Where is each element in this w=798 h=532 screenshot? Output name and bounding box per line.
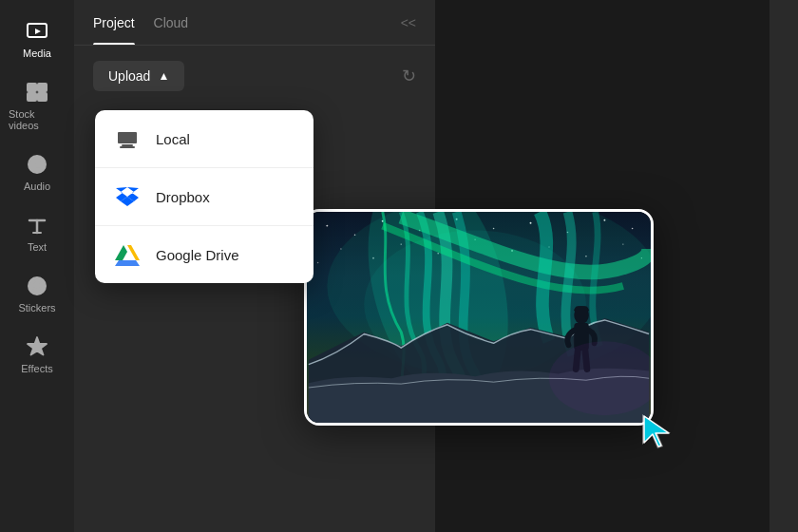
svg-point-15 [28, 277, 46, 294]
local-icon [114, 125, 141, 152]
dropdown-item-dropbox[interactable]: Dropbox [95, 168, 314, 226]
sidebar-item-label: Effects [21, 363, 52, 374]
sidebar-item-label: Audio [24, 180, 50, 192]
svg-marker-16 [28, 337, 47, 355]
svg-point-45 [317, 262, 319, 264]
effects-icon [25, 334, 49, 359]
tabs-bar: Project Cloud << [74, 0, 435, 46]
sidebar-item-media[interactable]: Media [4, 10, 70, 68]
sidebar-item-label: Media [23, 48, 51, 59]
sidebar-item-label: Stickers [18, 302, 55, 314]
svg-rect-5 [38, 93, 47, 101]
dropdown-item-local[interactable]: Local [95, 110, 314, 168]
svg-rect-19 [120, 146, 135, 148]
preview-card [304, 209, 654, 426]
right-bar [770, 0, 798, 532]
tabs-left: Project Cloud [93, 0, 188, 45]
cursor-arrow [638, 410, 673, 445]
dropbox-icon [114, 183, 141, 210]
svg-point-35 [632, 228, 634, 230]
google-drive-icon [114, 241, 141, 268]
dropdown-google-drive-label: Google Drive [156, 247, 239, 263]
upload-button-label: Upload [108, 68, 150, 84]
upload-area: Upload ▲ ↻ [74, 46, 435, 106]
svg-point-26 [326, 225, 328, 227]
upload-caret-icon: ▲ [158, 69, 169, 83]
sidebar-item-effects[interactable]: Effects [4, 325, 70, 384]
tab-project[interactable]: Project [93, 0, 135, 45]
stock-videos-icon [25, 80, 49, 104]
svg-marker-24 [115, 245, 127, 260]
svg-point-7 [34, 162, 40, 167]
text-icon [25, 213, 49, 238]
sidebar-item-text[interactable]: Text [4, 203, 70, 262]
svg-rect-2 [28, 84, 36, 91]
dropdown-dropbox-label: Dropbox [156, 189, 210, 205]
upload-button[interactable]: Upload ▲ [93, 61, 184, 91]
svg-marker-25 [115, 260, 140, 266]
svg-rect-17 [118, 132, 137, 143]
svg-marker-1 [35, 28, 41, 34]
upload-dropdown: Local Dropbox Google Drive [95, 110, 314, 283]
svg-rect-3 [38, 84, 47, 91]
refresh-icon[interactable]: ↻ [402, 66, 416, 86]
sidebar: Media Stock videos Audio [0, 0, 74, 532]
dropdown-local-label: Local [156, 131, 190, 147]
sidebar-item-audio[interactable]: Audio [4, 142, 70, 201]
audio-icon [25, 152, 49, 177]
sidebar-item-label: Stock videos [9, 108, 66, 131]
aurora-scene [307, 212, 651, 423]
dropdown-item-google-drive[interactable]: Google Drive [95, 226, 314, 283]
sidebar-item-label: Text [28, 241, 47, 253]
svg-rect-4 [28, 93, 36, 101]
tab-cloud[interactable]: Cloud [154, 0, 189, 45]
svg-rect-53 [575, 306, 588, 314]
sidebar-item-stock-videos[interactable]: Stock videos [4, 70, 70, 141]
tabs-collapse-button[interactable]: << [401, 15, 416, 30]
svg-rect-18 [122, 144, 133, 146]
sidebar-item-stickers[interactable]: Stickers [4, 264, 70, 323]
stickers-icon [25, 274, 49, 298]
media-icon [25, 19, 49, 44]
